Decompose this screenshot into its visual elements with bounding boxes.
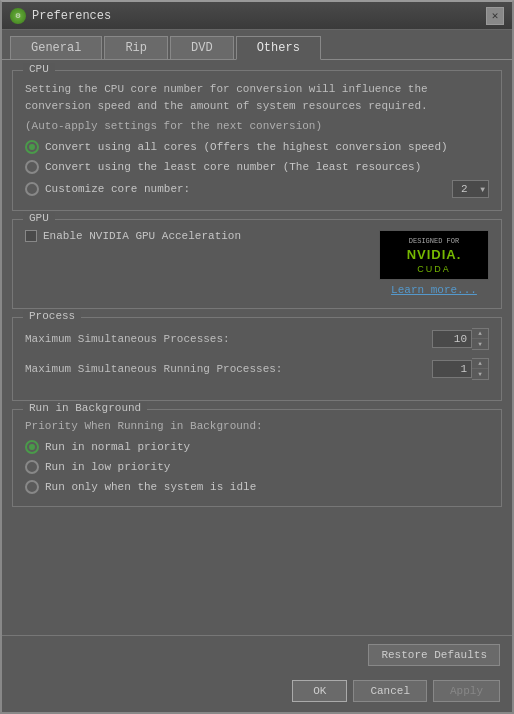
cpu-description: Setting the CPU core number for conversi…	[25, 81, 489, 114]
restore-defaults-button[interactable]: Restore Defaults	[368, 644, 500, 666]
process-label-1: Maximum Simultaneous Running Processes:	[25, 363, 432, 375]
main-content: CPU Setting the CPU core number for conv…	[2, 60, 512, 635]
process-input-1[interactable]	[432, 360, 472, 378]
core-count-selector[interactable]: 2 1 3 4	[452, 180, 489, 198]
nvidia-designed-for: DESIGNED FOR	[409, 237, 459, 245]
cpu-option-least-cores[interactable]: Convert using the least core number (The…	[25, 160, 489, 174]
nvidia-cuda: CUDA	[417, 264, 451, 274]
app-icon: ⚙	[10, 8, 26, 24]
process-up-1[interactable]: ▲	[472, 359, 488, 369]
tab-general[interactable]: General	[10, 36, 102, 59]
process-down-0[interactable]: ▼	[472, 339, 488, 349]
window-title: Preferences	[32, 9, 486, 23]
process-section: Process Maximum Simultaneous Processes: …	[12, 317, 502, 401]
process-down-1[interactable]: ▼	[472, 369, 488, 379]
process-input-0[interactable]	[432, 330, 472, 348]
bg-option-normal[interactable]: Run in normal priority	[25, 440, 489, 454]
ok-button[interactable]: OK	[292, 680, 347, 702]
bg-radio-idle[interactable]	[25, 480, 39, 494]
process-section-title: Process	[23, 310, 81, 322]
cpu-option-least-cores-label: Convert using the least core number (The…	[45, 161, 421, 173]
gpu-left: Enable NVIDIA GPU Acceleration	[25, 230, 367, 242]
bg-option-low-label: Run in low priority	[45, 461, 170, 473]
background-section: Run in Background Priority When Running …	[12, 409, 502, 507]
process-spinner-1[interactable]: ▲ ▼	[432, 358, 489, 380]
tab-others[interactable]: Others	[236, 36, 321, 60]
tab-rip[interactable]: Rip	[104, 36, 168, 59]
background-radio-group: Run in normal priority Run in low priori…	[25, 440, 489, 494]
process-row-1: Maximum Simultaneous Running Processes: …	[25, 358, 489, 380]
gpu-content: Enable NVIDIA GPU Acceleration DESIGNED …	[25, 230, 489, 296]
cpu-auto-apply: (Auto-apply settings for the next conver…	[25, 120, 489, 132]
nvidia-logo: DESIGNED FOR NVIDIA. CUDA	[379, 230, 489, 280]
cpu-option-all-cores[interactable]: Convert using all cores (Offers the high…	[25, 140, 489, 154]
learn-more-link[interactable]: Learn more...	[391, 284, 477, 296]
background-section-title: Run in Background	[23, 402, 147, 414]
process-arrows-1: ▲ ▼	[472, 358, 489, 380]
apply-button[interactable]: Apply	[433, 680, 500, 702]
bg-option-idle[interactable]: Run only when the system is idle	[25, 480, 489, 494]
process-spinner-0[interactable]: ▲ ▼	[432, 328, 489, 350]
tab-dvd[interactable]: DVD	[170, 36, 234, 59]
close-button[interactable]: ✕	[486, 7, 504, 25]
gpu-right: DESIGNED FOR NVIDIA. CUDA Learn more...	[379, 230, 489, 296]
process-up-0[interactable]: ▲	[472, 329, 488, 339]
process-row-0: Maximum Simultaneous Processes: ▲ ▼	[25, 328, 489, 350]
bg-option-idle-label: Run only when the system is idle	[45, 481, 256, 493]
cpu-radio-least-cores[interactable]	[25, 160, 39, 174]
gpu-acceleration-checkbox[interactable]	[25, 230, 37, 242]
background-subtitle: Priority When Running in Background:	[25, 420, 489, 432]
cpu-radio-customize[interactable]	[25, 182, 39, 196]
tab-bar: General Rip DVD Others	[2, 30, 512, 60]
cpu-option-customize-label: Customize core number:	[45, 183, 190, 195]
gpu-checkbox-label: Enable NVIDIA GPU Acceleration	[43, 230, 241, 242]
process-arrows-0: ▲ ▼	[472, 328, 489, 350]
cpu-option-all-cores-label: Convert using all cores (Offers the high…	[45, 141, 448, 153]
cpu-section: CPU Setting the CPU core number for conv…	[12, 70, 502, 211]
process-label-0: Maximum Simultaneous Processes:	[25, 333, 432, 345]
bg-option-low[interactable]: Run in low priority	[25, 460, 489, 474]
cpu-section-title: CPU	[23, 63, 55, 75]
bg-radio-low[interactable]	[25, 460, 39, 474]
bg-option-normal-label: Run in normal priority	[45, 441, 190, 453]
preferences-window: ⚙ Preferences ✕ General Rip DVD Others C…	[0, 0, 514, 714]
nvidia-brand: NVIDIA.	[407, 247, 462, 262]
cpu-radio-group: Convert using all cores (Offers the high…	[25, 140, 489, 198]
footer: Restore Defaults	[2, 635, 512, 674]
titlebar: ⚙ Preferences ✕	[2, 2, 512, 30]
gpu-section: GPU Enable NVIDIA GPU Acceleration DESIG…	[12, 219, 502, 309]
dialog-buttons: OK Cancel Apply	[2, 674, 512, 712]
gpu-checkbox-item[interactable]: Enable NVIDIA GPU Acceleration	[25, 230, 367, 242]
cpu-option-customize[interactable]: Customize core number: 2 1 3 4	[25, 180, 489, 198]
cancel-button[interactable]: Cancel	[353, 680, 427, 702]
bg-radio-normal[interactable]	[25, 440, 39, 454]
core-count-select[interactable]: 2 1 3 4	[452, 180, 489, 198]
gpu-section-title: GPU	[23, 212, 55, 224]
cpu-radio-all-cores[interactable]	[25, 140, 39, 154]
